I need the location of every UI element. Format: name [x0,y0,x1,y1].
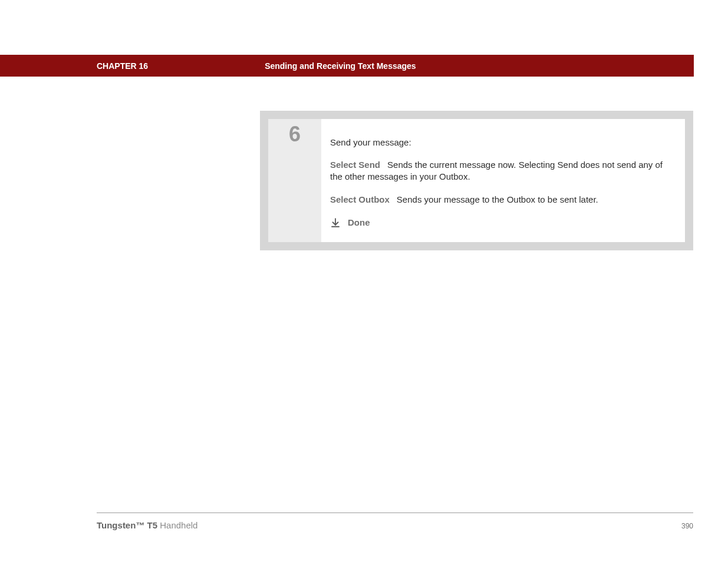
done-label: Done [348,217,370,227]
page-number: 390 [681,522,693,530]
step-number: 6 [268,122,321,147]
step-intro-text: Send your message: [330,137,676,147]
option-send: Select SendSends the current message now… [330,159,676,182]
footer-product-name: Tungsten™ T5 Handheld [97,520,197,530]
step-content: Send your message: Select SendSends the … [321,119,685,242]
option-send-label: Select Send [330,160,380,170]
done-row: Done [330,217,676,228]
step-inner: 6 Send your message: Select SendSends th… [268,119,685,242]
footer-product-rest: Handheld [157,520,197,530]
step-number-column: 6 [268,119,321,242]
page-footer: Tungsten™ T5 Handheld 390 [97,513,693,530]
step-box: 6 Send your message: Select SendSends th… [260,111,693,250]
option-outbox-label: Select Outbox [330,194,390,204]
chapter-title: Sending and Receiving Text Messages [265,61,416,71]
option-outbox-description: Sends your message to the Outbox to be s… [397,194,598,204]
footer-product-bold: Tungsten™ T5 [97,520,157,530]
chapter-header-bar: CHAPTER 16 Sending and Receiving Text Me… [0,55,694,77]
down-arrow-icon [330,217,341,228]
option-outbox: Select OutboxSends your message to the O… [330,194,676,206]
chapter-label: CHAPTER 16 [97,61,148,71]
